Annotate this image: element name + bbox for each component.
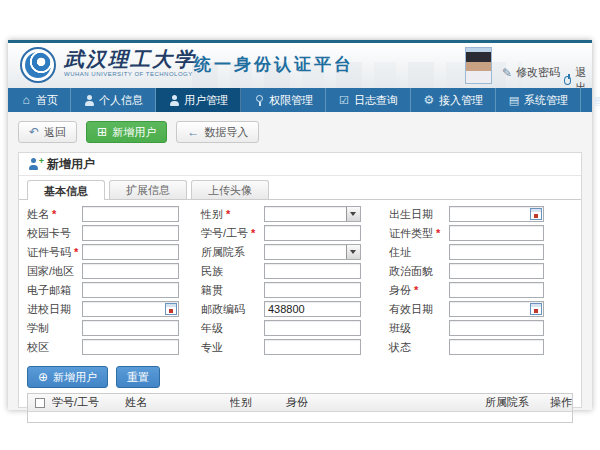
field-birth-date-input[interactable]	[449, 206, 544, 222]
field-address-input[interactable]	[449, 244, 544, 260]
field-identity-input[interactable]	[449, 282, 544, 298]
form-actions: ⊕ 新增用户 重置	[19, 360, 581, 393]
field-native-place-input[interactable]	[264, 282, 361, 298]
column-header-4: 身份	[286, 395, 485, 410]
key-icon	[253, 95, 265, 106]
nav-tab-label: 系统管理	[524, 88, 568, 112]
field-status-input[interactable]	[449, 339, 544, 355]
chevron-down-icon[interactable]	[346, 207, 360, 221]
add-user-button-label: 新增用户	[112, 125, 156, 140]
field-major-input[interactable]	[264, 339, 361, 355]
nav-tab-personal-info[interactable]: 个人信息	[71, 88, 156, 112]
data-import-button-label: 数据导入	[204, 125, 248, 140]
gear-icon	[423, 95, 435, 106]
new-user-panel: + 新增用户 基本信息扩展信息上传头像 姓名 *性别 *出生日期校园卡号学号/工…	[18, 152, 582, 408]
results-table: 学号/工号姓名性别身份所属院系操作	[27, 393, 573, 423]
user-icon	[168, 95, 180, 106]
home-icon	[20, 95, 32, 106]
submit-add-user-button[interactable]: ⊕ 新增用户	[27, 366, 108, 388]
field-campus-input[interactable]	[82, 339, 179, 355]
field-gender-label: 性别 *	[179, 206, 264, 222]
change-password-link[interactable]: ✎ 修改密码	[502, 65, 560, 80]
field-id-number-label: 证件号码 *	[27, 244, 82, 260]
university-name: 武汉理工大学	[64, 48, 196, 70]
field-education-length-input[interactable]	[82, 320, 179, 336]
required-asterisk: *	[71, 246, 78, 258]
app-window: 武汉理工大学 WUHAN UNIVERSITY OF TECHNOLOGY 统一…	[8, 40, 592, 410]
nav-tab-log-query[interactable]: 日志查询	[326, 88, 411, 112]
field-birth-date-cell	[449, 206, 544, 222]
nav-tab-label: 权限管理	[269, 88, 313, 112]
reset-button[interactable]: 重置	[116, 366, 160, 388]
user-icon	[83, 95, 95, 106]
add-user-button[interactable]: ⊞ 新增用户	[86, 121, 167, 143]
field-ethnicity-input[interactable]	[264, 263, 361, 279]
field-name-label: 姓名 *	[27, 206, 82, 222]
calendar-icon[interactable]	[165, 303, 177, 315]
field-country-region-input[interactable]	[82, 263, 179, 279]
field-ethnicity-cell	[264, 263, 361, 279]
tab-extended-info[interactable]: 扩展信息	[109, 180, 187, 199]
field-grade-input[interactable]	[264, 320, 361, 336]
document-icon	[508, 95, 520, 106]
logout-link[interactable]: 退出	[564, 65, 592, 88]
nav-tab-user-management[interactable]: 用户管理	[156, 88, 241, 112]
form-grid: 姓名 *性别 *出生日期校园卡号学号/工号 *证件类型 *证件号码 *所属院系住…	[19, 200, 581, 360]
field-entry-date-input[interactable]	[82, 301, 179, 317]
field-email-cell	[82, 282, 179, 298]
university-name-block: 武汉理工大学 WUHAN UNIVERSITY OF TECHNOLOGY	[64, 48, 196, 77]
field-valid-date-input[interactable]	[449, 301, 544, 317]
field-political-status-cell	[449, 263, 544, 279]
field-campus-card-no-cell	[82, 225, 179, 241]
field-class-input[interactable]	[449, 320, 544, 336]
import-arrow-icon: ←	[187, 126, 199, 138]
tab-basic-info[interactable]: 基本信息	[27, 180, 105, 200]
data-import-button[interactable]: ← 数据导入	[176, 121, 259, 143]
calendar-icon[interactable]	[530, 303, 542, 315]
change-password-label: 修改密码	[516, 65, 560, 80]
field-name-cell	[82, 206, 179, 222]
field-email-input[interactable]	[82, 282, 179, 298]
field-country-region-label: 国家/地区	[27, 263, 82, 279]
field-valid-date-cell	[449, 301, 544, 317]
calendar-icon[interactable]	[530, 208, 542, 220]
user-avatar[interactable]	[465, 47, 492, 84]
nav-tab-system-management[interactable]: 系统管理	[496, 88, 581, 112]
tab-upload-avatar[interactable]: 上传头像	[191, 180, 269, 199]
field-department-select[interactable]	[264, 244, 361, 260]
field-grade-cell	[264, 320, 361, 336]
field-id-number-input[interactable]	[82, 244, 179, 260]
field-major-label: 专业	[179, 339, 264, 355]
add-user-icon: +	[28, 158, 41, 170]
field-campus-cell	[82, 339, 179, 355]
column-header-2: 姓名	[125, 395, 230, 410]
field-student-staff-id-input[interactable]	[264, 225, 361, 241]
nav-tab-access-management[interactable]: 接入管理	[411, 88, 496, 112]
university-name-en: WUHAN UNIVERSITY OF TECHNOLOGY	[64, 71, 196, 77]
field-political-status-input[interactable]	[449, 263, 544, 279]
logo-swirl	[25, 52, 51, 78]
required-asterisk: *	[433, 227, 440, 239]
nav-tab-label: 日志查询	[354, 88, 398, 112]
select-all-checkbox[interactable]	[35, 398, 45, 408]
field-country-region-cell	[82, 263, 179, 279]
field-identity-label: 身份 *	[361, 282, 449, 298]
app-header: 武汉理工大学 WUHAN UNIVERSITY OF TECHNOLOGY 统一…	[8, 43, 592, 88]
nav-tab-home[interactable]: 首页	[8, 88, 71, 112]
panel-title-row: + 新增用户	[19, 153, 581, 176]
field-postal-code-input[interactable]: 438800	[264, 301, 361, 317]
chevron-down-icon[interactable]	[346, 245, 360, 259]
column-header-5: 所属院系	[485, 395, 550, 410]
nav-tab-subscription-management[interactable]: 订阅管理	[581, 88, 600, 112]
field-campus-card-no-input[interactable]	[82, 225, 179, 241]
field-name-input[interactable]	[82, 206, 179, 222]
field-id-type-input[interactable]	[449, 225, 544, 241]
field-student-staff-id-label: 学号/工号 *	[179, 225, 264, 241]
nav-tab-permission-management[interactable]: 权限管理	[241, 88, 326, 112]
field-entry-date-label: 进校日期	[27, 301, 82, 317]
field-student-staff-id-cell	[264, 225, 361, 241]
field-gender-select[interactable]	[264, 206, 361, 222]
nav-tab-label: 首页	[36, 88, 58, 112]
field-campus-label: 校区	[27, 339, 82, 355]
back-button[interactable]: ↶ 返回	[18, 121, 77, 143]
